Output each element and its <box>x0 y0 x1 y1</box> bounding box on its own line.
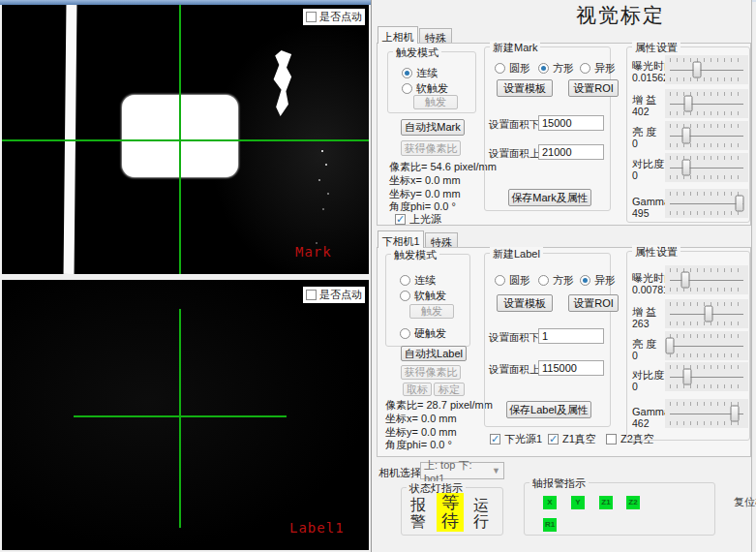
control-panel: 视觉标定 上相机 特殊 触发模式 连续 软触发 触发 自动找Mark 获得像素比… <box>371 0 752 552</box>
radio-indicator <box>402 68 412 78</box>
checkbox-label: 下光源1 <box>504 432 542 446</box>
slider-thumb[interactable] <box>680 272 689 289</box>
radio-soft-trigger-upper[interactable]: 软触发 <box>402 81 448 96</box>
slider-exposure-lower[interactable] <box>665 265 748 294</box>
radio-continuous-upper[interactable]: 连续 <box>402 66 438 80</box>
calibrate-button[interactable]: 标定 <box>434 383 465 396</box>
group-title: 属性设置 <box>632 245 680 260</box>
slider-thumb[interactable] <box>683 369 692 385</box>
radio-indicator <box>538 63 549 74</box>
radio-label: 方形 <box>553 61 574 76</box>
pixel-ratio-value-lower: 像素比= 28.7 pixel/mm <box>385 398 493 413</box>
radio-square-upper[interactable]: 方形 <box>538 61 574 76</box>
slider-track <box>670 203 743 204</box>
slider-gamma-lower[interactable] <box>665 399 748 428</box>
bottom-camera-view[interactable]: 是否点动 Label1 <box>2 280 369 550</box>
radio-soft-trigger-lower[interactable]: 软触发 <box>400 289 446 303</box>
pick-mark-button[interactable]: 取标 <box>403 383 432 396</box>
coord-x-value-upper: 坐标x= 0.0 mm <box>389 173 461 188</box>
checkbox-label: Z1真空 <box>562 432 596 446</box>
slider-thumb[interactable] <box>666 338 675 354</box>
set-template-button-upper[interactable]: 设置模板 <box>497 79 553 97</box>
angle-value-lower: 角度phi= 0.0 ° <box>385 438 452 452</box>
slider-ticks <box>670 143 743 147</box>
slider-gamma-upper[interactable] <box>665 189 748 218</box>
slider-thumb[interactable] <box>704 306 712 322</box>
slider-contrast-value: 0 <box>632 381 638 392</box>
radio-circle-upper[interactable]: 圆形 <box>495 61 530 76</box>
z1-vacuum-checkbox[interactable]: Z1真空 <box>548 432 596 446</box>
slider-contrast-upper[interactable] <box>665 153 748 182</box>
radio-label: 连续 <box>414 273 436 288</box>
save-mark-button[interactable]: 保存Mark及属性 <box>508 189 591 206</box>
get-pixel-ratio-button-lower[interactable]: 获得像素比 <box>401 365 461 380</box>
tab-upper-special[interactable]: 特殊 <box>419 28 452 44</box>
slider-ticks <box>670 421 743 425</box>
jog-checkbox-top[interactable]: 是否点动 <box>303 9 365 25</box>
slider-ticks <box>670 58 743 62</box>
slider-brightness-lower[interactable] <box>665 331 748 360</box>
trigger-button-upper[interactable]: 触发 <box>413 95 458 109</box>
slider-gamma-value: 495 <box>632 207 650 219</box>
slider-ticks <box>670 92 743 96</box>
checkbox-indicator <box>395 214 406 225</box>
slider-ticks <box>670 384 743 388</box>
slider-thumb[interactable] <box>681 160 690 176</box>
new-label-group: 新建Label 圆形 方形 异形 设置模板 设置ROI 设置面积下限 1 设置面… <box>484 253 611 427</box>
tab-lower-camera[interactable]: 下相机1 <box>378 230 424 248</box>
slider-thumb[interactable] <box>681 128 690 144</box>
area-lower-input-lower[interactable]: 1 <box>538 328 604 344</box>
slider-gamma-value: 462 <box>632 417 650 429</box>
slider-thumb[interactable] <box>692 62 701 78</box>
slider-thumb[interactable] <box>731 406 740 422</box>
radio-continuous-lower[interactable]: 连续 <box>400 273 436 288</box>
radio-irregular-lower[interactable]: 异形 <box>580 273 616 288</box>
slider-thumb[interactable] <box>684 96 693 112</box>
slider-gain-lower[interactable] <box>665 299 748 328</box>
slider-track <box>670 104 743 105</box>
top-light-checkbox[interactable]: 上光源 <box>395 212 441 227</box>
radio-indicator <box>400 328 410 339</box>
radio-square-lower[interactable]: 方形 <box>538 273 574 288</box>
radio-circle-lower[interactable]: 圆形 <box>495 273 530 288</box>
crosshair-horizontal-line <box>2 139 369 141</box>
group-title: 触发模式 <box>393 46 441 60</box>
tab-upper-camera[interactable]: 上相机 <box>378 26 418 44</box>
checkbox-indicator <box>490 434 500 445</box>
radio-label: 异形 <box>594 61 616 76</box>
get-pixel-ratio-button-upper[interactable]: 获得像素比 <box>401 140 461 156</box>
radio-irregular-upper[interactable]: 异形 <box>580 61 616 76</box>
radio-hard-trigger-lower[interactable]: 硬触发 <box>400 326 446 341</box>
auto-find-mark-button[interactable]: 自动找Mark <box>401 119 465 136</box>
jog-checkbox-bottom[interactable]: 是否点动 <box>303 287 365 303</box>
save-label-button[interactable]: 保存Label及属性 <box>506 401 591 418</box>
slider-thumb[interactable] <box>736 196 744 212</box>
slider-gain-upper[interactable] <box>665 89 748 118</box>
area-upper-input-lower[interactable]: 115000 <box>538 360 604 376</box>
slider-exposure-upper[interactable] <box>665 55 748 84</box>
radio-indicator <box>580 275 590 286</box>
set-roi-button-lower[interactable]: 设置ROI <box>568 294 619 312</box>
set-template-button-lower[interactable]: 设置模板 <box>497 294 553 312</box>
auto-find-label-button[interactable]: 自动找Label <box>401 346 467 361</box>
upper-trigger-group: 触发模式 连续 软触发 触发 <box>387 51 476 113</box>
slider-ticks <box>670 365 743 369</box>
slider-gain-value: 402 <box>632 106 650 117</box>
lower-properties-group: 属性设置 曝光时间 0.0078125 增 益 263 亮 度 <box>626 251 750 441</box>
area-upper-input-upper[interactable]: 21000 <box>538 144 604 160</box>
radio-label: 圆形 <box>509 61 530 76</box>
slider-ticks <box>670 322 743 325</box>
top-camera-view[interactable]: 是否点动 Mark <box>2 5 369 274</box>
bottom-light-checkbox[interactable]: 下光源1 <box>490 432 542 446</box>
slider-contrast-lower[interactable] <box>665 362 748 391</box>
radio-label: 连续 <box>416 66 438 80</box>
tab-lower-special[interactable]: 特殊 <box>425 232 458 248</box>
coord-x-value-lower: 坐标x= 0.0 mm <box>385 412 457 426</box>
slider-brightness-upper[interactable] <box>665 121 748 150</box>
trigger-button-lower[interactable]: 触发 <box>409 304 454 319</box>
set-roi-button-upper[interactable]: 设置ROI <box>568 79 619 97</box>
slider-ticks <box>670 334 743 338</box>
camera-select-dropdown[interactable]: 上: top 下: bot1 ▼ <box>420 462 504 479</box>
status-light-alarm: 报警 <box>408 497 428 530</box>
area-lower-input-upper[interactable]: 15000 <box>538 115 604 131</box>
